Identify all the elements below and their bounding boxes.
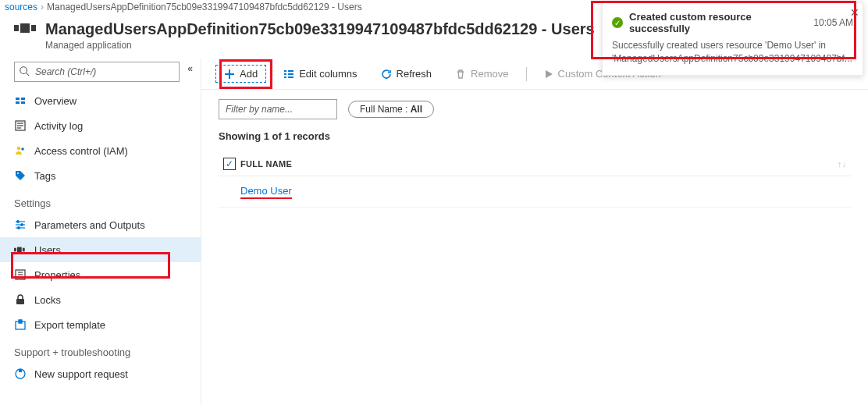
sidebar: « Overview Activity log Access control (… — [0, 59, 201, 405]
page-title: ManagedUsersAppDefinition75cb09e33199471… — [45, 20, 595, 38]
svg-rect-35 — [288, 73, 293, 75]
sidebar-item-users[interactable]: Users — [0, 237, 201, 262]
svg-rect-25 — [16, 299, 24, 304]
svg-point-9 — [17, 147, 21, 151]
pill-value: All — [411, 104, 422, 115]
toolbar-separator — [526, 67, 527, 81]
svg-rect-33 — [284, 76, 286, 78]
svg-rect-34 — [288, 70, 293, 72]
svg-point-15 — [17, 221, 20, 223]
svg-rect-36 — [288, 76, 293, 78]
column-fullname[interactable]: FULL NAME — [240, 159, 838, 169]
svg-point-11 — [17, 172, 19, 174]
svg-rect-19 — [17, 247, 22, 253]
play-icon — [544, 69, 553, 79]
sidebar-item-label: New support request — [34, 368, 128, 380]
overview-icon — [14, 94, 27, 107]
sidebar-item-overview[interactable]: Overview — [0, 88, 201, 113]
sidebar-item-label: Properties — [34, 269, 80, 281]
add-button[interactable]: Add — [215, 65, 266, 83]
users-table: ✓ FULL NAME ↑↓ Demo User — [201, 148, 868, 211]
svg-rect-2 — [31, 25, 36, 31]
svg-point-10 — [21, 147, 24, 151]
sidebar-item-label: Locks — [34, 294, 61, 306]
sidebar-item-export-template[interactable]: Export template — [0, 312, 201, 337]
edit-columns-label: Edit columns — [299, 68, 357, 80]
sidebar-item-label: Access control (IAM) — [34, 145, 128, 157]
sidebar-item-label: Users — [34, 244, 61, 256]
svg-line-4 — [27, 73, 30, 76]
managed-app-icon — [14, 20, 36, 38]
svg-rect-28 — [19, 369, 22, 372]
sidebar-item-label: Tags — [34, 170, 55, 182]
sidebar-item-new-support-request[interactable]: New support request — [0, 361, 201, 386]
plus-icon — [224, 69, 235, 80]
pill-label: Full Name : — [360, 104, 411, 115]
sidebar-item-label: Overview — [34, 95, 76, 107]
svg-rect-18 — [14, 248, 16, 252]
svg-rect-32 — [284, 73, 286, 75]
result-count: Showing 1 of 1 records — [201, 126, 868, 148]
svg-rect-31 — [284, 70, 286, 72]
close-toast-button[interactable]: ✕ — [850, 6, 859, 19]
sidebar-item-properties[interactable]: Properties — [0, 262, 201, 287]
sidebar-item-label: Activity log — [34, 120, 83, 132]
properties-icon — [14, 268, 27, 281]
main-content: Add Edit columns Refresh Remove Custom C… — [201, 59, 868, 405]
refresh-icon — [381, 69, 392, 80]
support-icon — [14, 368, 27, 380]
sidebar-item-locks[interactable]: Locks — [0, 287, 201, 312]
refresh-button[interactable]: Refresh — [375, 65, 439, 83]
filter-name-input[interactable] — [219, 99, 337, 119]
user-link[interactable]: Demo User — [240, 185, 292, 199]
svg-rect-0 — [14, 25, 19, 31]
sidebar-section-support: Support + troubleshooting — [0, 337, 201, 361]
collapse-sidebar-icon[interactable]: « — [187, 63, 193, 74]
remove-button[interactable]: Remove — [449, 65, 514, 83]
filter-fullname-pill[interactable]: Full Name : All — [348, 101, 434, 118]
users-icon — [14, 243, 27, 256]
success-icon: ✓ — [612, 17, 623, 28]
table-row[interactable]: Demo User — [219, 176, 851, 208]
svg-point-16 — [21, 224, 23, 226]
select-all-checkbox[interactable]: ✓ — [219, 158, 240, 170]
toast-title: Created custom resource successfully — [629, 11, 807, 34]
parameters-icon — [14, 218, 27, 231]
breadcrumb-root[interactable]: sources — [5, 2, 37, 12]
svg-point-17 — [18, 227, 20, 229]
sidebar-section-settings: Settings — [0, 188, 201, 212]
chevron-right-icon: › — [41, 2, 44, 12]
sidebar-item-activity-log[interactable]: Activity log — [0, 113, 201, 138]
export-template-icon — [14, 318, 27, 331]
access-control-icon — [14, 144, 27, 157]
sidebar-item-tags[interactable]: Tags — [0, 163, 201, 188]
table-header: ✓ FULL NAME ↑↓ — [219, 151, 851, 176]
edit-columns-button[interactable]: Edit columns — [277, 65, 363, 83]
svg-rect-1 — [20, 23, 30, 33]
page-subtitle: Managed application — [45, 40, 595, 51]
remove-label: Remove — [471, 68, 508, 80]
add-button-label: Add — [240, 68, 258, 80]
svg-rect-20 — [23, 248, 25, 252]
toast-body: Successfully created users resource 'Dem… — [612, 39, 853, 66]
refresh-label: Refresh — [397, 68, 432, 80]
lock-icon — [14, 293, 27, 306]
sidebar-item-label: Export template — [34, 319, 105, 331]
filters-row: Full Name : All — [201, 90, 868, 126]
sidebar-item-label: Parameters and Outputs — [34, 219, 145, 231]
notification-toast: ✕ ✓ Created custom resource successfully… — [602, 2, 863, 76]
edit-columns-icon — [283, 69, 294, 80]
sidebar-item-access-control[interactable]: Access control (IAM) — [0, 138, 201, 163]
tags-icon — [14, 169, 27, 182]
activity-log-icon — [14, 119, 27, 132]
sidebar-item-parameters-outputs[interactable]: Parameters and Outputs — [0, 212, 201, 237]
sort-icon[interactable]: ↑↓ — [838, 159, 851, 169]
toast-time: 10:05 AM — [813, 17, 853, 28]
delete-icon — [455, 69, 466, 80]
svg-point-3 — [20, 67, 27, 74]
search-icon — [19, 66, 30, 79]
breadcrumb-current: ManagedUsersAppDefinition75cb09e33199471… — [47, 2, 362, 12]
search-input[interactable] — [14, 62, 180, 82]
